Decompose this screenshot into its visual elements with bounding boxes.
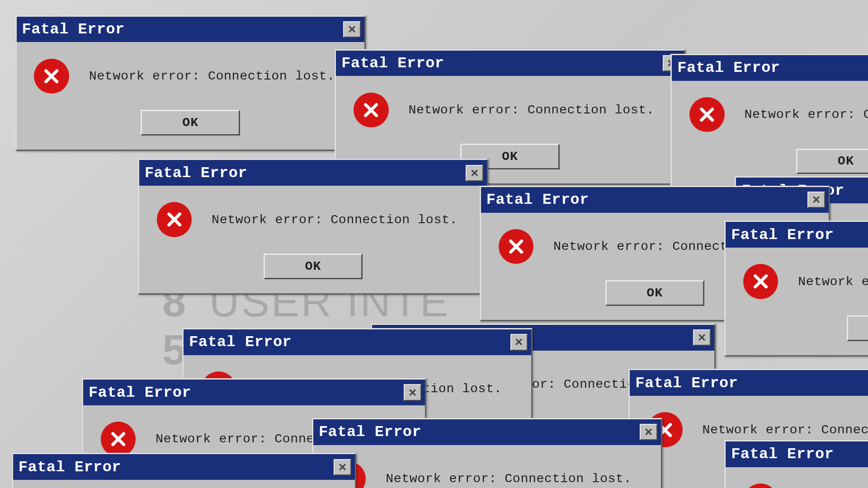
dialog-body: Network error: Connection lost. OK: [672, 81, 868, 188]
error-dialog: Fatal Error ✕ Network error: Connection …: [312, 418, 662, 488]
error-message: Network error: Connection lost.: [89, 69, 335, 84]
error-message: Network error: Connection lost.: [744, 107, 868, 122]
close-button[interactable]: ✕: [466, 165, 483, 181]
error-message: Network error: Connection lost.: [386, 471, 632, 486]
dialog-title: Fatal Error: [319, 423, 421, 441]
error-dialog: Fatal Error ✕ Network error: Connection …: [138, 159, 488, 295]
close-button[interactable]: ✕: [693, 329, 711, 346]
dialog-title: Fatal Error: [731, 446, 834, 463]
dialog-body: Network error: Connection lost. OK: [17, 42, 364, 150]
error-icon: [499, 229, 534, 264]
close-icon: ✕: [644, 426, 653, 438]
error-message: Network error: Connection lost.: [212, 212, 458, 227]
error-icon: [101, 422, 136, 457]
close-icon: ✕: [408, 386, 417, 399]
dialog-body: Network error: Connection lost. OK: [13, 480, 355, 488]
dialog-body: Network error: Connection lost. OK: [726, 467, 868, 488]
close-button[interactable]: ✕: [807, 192, 825, 208]
dialog-body: Network error: Connection lost. OK: [139, 186, 487, 293]
error-message: Network error: Connection lost.: [798, 274, 868, 289]
error-message: Network error: Connection lost.: [702, 422, 868, 437]
close-icon: ✕: [812, 193, 821, 206]
dialog-body: Network error: Connection lost. OK: [726, 248, 868, 355]
titlebar[interactable]: Fatal Error ✕: [481, 187, 829, 213]
error-icon: [743, 264, 778, 299]
dialog-title: Fatal Error: [145, 164, 247, 182]
error-icon: [689, 97, 725, 132]
titlebar[interactable]: Fatal Error ✕: [83, 380, 425, 405]
close-button[interactable]: ✕: [343, 21, 361, 38]
dialog-title: Fatal Error: [635, 375, 738, 392]
close-button[interactable]: ✕: [640, 424, 657, 440]
error-dialog: Fatal Error ✕ Network error: Connection …: [724, 440, 868, 488]
dialog-title: Fatal Error: [89, 384, 191, 401]
dialog-title: Fatal Error: [486, 191, 589, 208]
dialog-title: Fatal Error: [22, 21, 125, 38]
dialog-title: Fatal Error: [19, 459, 121, 476]
dialog-title: Fatal Error: [677, 59, 780, 76]
close-icon: ✕: [698, 331, 707, 344]
close-button[interactable]: ✕: [334, 459, 351, 475]
error-dialog: Fatal Error ✕ Network error: Connection …: [670, 54, 868, 190]
titlebar[interactable]: Fatal Error ✕: [672, 55, 868, 81]
ok-button[interactable]: OK: [264, 253, 363, 279]
error-message: Network error: Connection lost.: [409, 103, 655, 117]
titlebar[interactable]: Fatal Error ✕: [630, 370, 868, 396]
error-icon: [34, 59, 69, 94]
ok-button[interactable]: OK: [141, 110, 240, 136]
close-icon: ✕: [348, 23, 357, 36]
error-dialog: Fatal Error ✕ Network error: Connection …: [12, 453, 356, 488]
titlebar[interactable]: Fatal Error ✕: [336, 51, 684, 76]
dialog-title: Fatal Error: [731, 226, 834, 244]
error-icon: [157, 202, 192, 237]
error-icon: [743, 483, 778, 488]
close-icon: ✕: [338, 461, 347, 474]
close-button[interactable]: ✕: [404, 384, 421, 400]
dialog-title: Fatal Error: [189, 333, 292, 351]
error-dialog: Fatal Error ✕ Network error: Connection …: [15, 15, 366, 151]
close-icon: ✕: [514, 336, 524, 348]
dialog-body: Network error: Connection lost. OK: [313, 445, 661, 488]
error-icon: [354, 93, 389, 128]
titlebar[interactable]: Fatal Error ✕: [13, 454, 355, 480]
titlebar[interactable]: Fatal Error ✕: [17, 17, 364, 42]
close-icon: ✕: [470, 167, 479, 179]
ok-button[interactable]: OK: [605, 280, 705, 306]
error-dialog: Fatal Error ✕ Network error: Connection …: [724, 221, 868, 357]
titlebar[interactable]: Fatal Error ✕: [139, 160, 487, 186]
ok-button[interactable]: OK: [796, 149, 868, 174]
titlebar[interactable]: Fatal Error ✕: [184, 329, 531, 355]
close-button[interactable]: ✕: [510, 334, 528, 350]
titlebar[interactable]: Fatal Error ✕: [313, 419, 661, 445]
titlebar[interactable]: Fatal Error ✕: [726, 222, 868, 248]
ok-button[interactable]: OK: [847, 315, 868, 341]
dialog-title: Fatal Error: [341, 55, 444, 72]
titlebar[interactable]: Fatal Error ✕: [726, 441, 868, 467]
